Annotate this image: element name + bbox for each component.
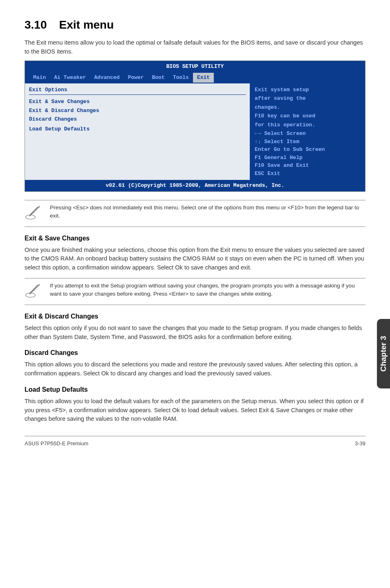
note-block-1: Pressing <Esc> does not immediately exit… — [25, 200, 365, 227]
subheading-discard-exit: Exit & Discard Changes — [25, 312, 365, 321]
footer-left: ASUS P7P55D-E Premium — [25, 440, 88, 448]
bios-copyright: v02.61 (C)Copyright 1985-2009, American … — [25, 180, 365, 191]
bios-tab-tools: Tools — [169, 73, 193, 83]
bios-help-line: after saving the — [255, 94, 361, 103]
bios-opt-save: Exit & Save Changes — [29, 97, 246, 106]
bios-menubar: Main Ai Tweaker Advanced Power Boot Tool… — [25, 72, 365, 83]
bios-nav-line: ←→ Select Screen — [255, 130, 361, 138]
bios-tab-aitweaker: Ai Tweaker — [50, 73, 90, 83]
page-footer: ASUS P7P55D-E Premium 3-39 — [25, 436, 365, 448]
body-defaults: This option allows you to load the defau… — [25, 397, 365, 424]
bios-help-line: for this operation. — [255, 121, 361, 129]
bios-screenshot: BIOS SETUP UTILITY Main Ai Tweaker Advan… — [25, 61, 365, 192]
bios-divider — [29, 94, 246, 95]
bios-tab-power: Power — [124, 73, 148, 83]
bios-help-line: Exit system setup — [255, 86, 361, 94]
subheading-discard: Discard Changes — [25, 348, 365, 358]
section-heading: 3.10Exit menu — [25, 16, 365, 34]
body-discard-exit: Select this option only if you do not wa… — [25, 324, 365, 342]
section-intro: The Exit menu items allow you to load th… — [25, 38, 365, 56]
bios-title: BIOS SETUP UTILITY — [25, 61, 365, 72]
bios-tab-exit: Exit — [193, 73, 214, 83]
chapter-side-tab-label: Chapter 3 — [378, 336, 390, 372]
body-discard: This option allows you to discard the se… — [25, 360, 365, 378]
bios-right-pane: Exit system setup after saving the chang… — [251, 83, 365, 180]
bios-help-text: Exit system setup after saving the chang… — [255, 86, 361, 130]
svg-marker-2 — [38, 206, 40, 207]
bios-tab-advanced: Advanced — [90, 73, 123, 83]
pencil-note-icon — [25, 204, 42, 223]
section-number: 3.10 — [25, 18, 47, 31]
subheading-save: Exit & Save Changes — [25, 233, 365, 243]
note-text-2: If you attempt to exit the Setup program… — [50, 282, 365, 298]
bios-nav-line: Enter Go to Sub Screen — [255, 146, 361, 154]
section-title-text: Exit menu — [59, 18, 114, 31]
note-block-2: If you attempt to exit the Setup program… — [25, 278, 365, 305]
body-save: Once you are finished making your select… — [25, 246, 365, 272]
bios-left-header: Exit Options — [29, 86, 246, 94]
bios-left-pane: Exit Options Exit & Save Changes Exit & … — [25, 83, 251, 180]
bios-nav-line: ↑↓ Select Item — [255, 138, 361, 146]
svg-marker-5 — [38, 284, 40, 285]
bios-nav-line: F1 General Help — [255, 154, 361, 162]
bios-opt-discard-exit: Exit & Discard Changes — [29, 106, 246, 115]
footer-right: 3-39 — [355, 440, 365, 448]
bios-opt-discard: Discard Changes — [29, 115, 246, 124]
svg-line-1 — [30, 207, 38, 215]
svg-line-4 — [30, 285, 38, 294]
note-text-1: Pressing <Esc> does not immediately exit… — [50, 204, 365, 220]
pencil-note-icon — [25, 282, 42, 301]
bios-nav-line: F10 Save and Exit — [255, 162, 361, 170]
chapter-side-tab: Chapter 3 — [377, 319, 390, 388]
subheading-defaults: Load Setup Defaults — [25, 385, 365, 395]
bios-nav-help: ←→ Select Screen ↑↓ Select Item Enter Go… — [255, 130, 361, 177]
bios-opt-defaults: Load Setup Defaults — [29, 125, 246, 134]
bios-help-line: F10 key can be used — [255, 112, 361, 120]
bios-tab-boot: Boot — [148, 73, 169, 83]
bios-tab-main: Main — [29, 73, 50, 83]
bios-help-line: changes. — [255, 103, 361, 112]
bios-nav-line: ESC Exit — [255, 170, 361, 178]
